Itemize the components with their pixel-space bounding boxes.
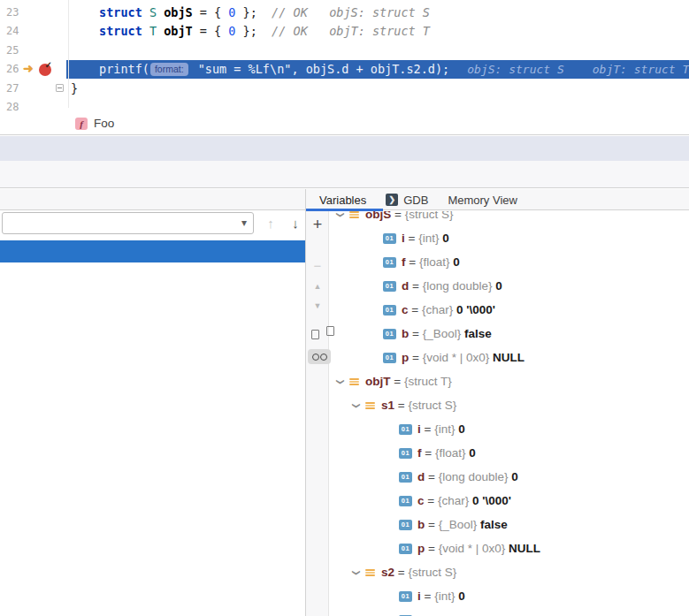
breadcrumb-function-label[interactable]: Foo bbox=[94, 117, 114, 130]
variable-type: {struct S} bbox=[408, 566, 456, 579]
line-number[interactable]: 26 bbox=[0, 63, 19, 75]
code-segment: struct bbox=[99, 5, 142, 19]
breakpoint-check-icon: ✓ bbox=[45, 60, 52, 70]
variables-tree[interactable]: ❯objS = {struct S}01i = {int} 001f = {fl… bbox=[330, 211, 689, 616]
code-line[interactable]: 23struct S objS = { 0 }; // OK objS: str… bbox=[0, 3, 689, 22]
code-line[interactable]: 26➜✓printf(format: "sum = %Lf\n", objS.d… bbox=[0, 60, 689, 80]
chevron-down-icon[interactable]: ❯ bbox=[336, 211, 345, 220]
equals-sign: = bbox=[394, 399, 408, 412]
variable-value: false bbox=[461, 327, 492, 340]
editor-gutter[interactable]: 23 bbox=[0, 3, 66, 22]
move-up-icon[interactable]: ▲ bbox=[306, 282, 329, 291]
frame-down-button[interactable]: ↓ bbox=[284, 212, 307, 234]
tab-label: GDB bbox=[403, 194, 428, 207]
variable-row[interactable]: 01d = {long double} 0 bbox=[330, 465, 689, 489]
variables-toolbar: + − ▲ ▼ bbox=[306, 211, 329, 616]
primitive-value-icon: 01 bbox=[383, 281, 396, 292]
thread-selector[interactable]: ▾ bbox=[2, 212, 254, 234]
tab-memory-view[interactable]: Memory View bbox=[438, 189, 527, 210]
variable-name: objT bbox=[365, 375, 391, 388]
variable-name: p bbox=[402, 351, 409, 364]
add-watch-icon[interactable]: + bbox=[306, 216, 329, 234]
variable-value: false bbox=[477, 518, 508, 531]
variable-name: d bbox=[417, 470, 425, 483]
variable-row[interactable]: 01p = {void * | 0x0} NULL bbox=[330, 346, 689, 369]
variable-row[interactable]: ❯s2 = {struct S} bbox=[330, 560, 689, 584]
code-segment: = { bbox=[193, 5, 229, 19]
variable-value: 0 bbox=[455, 589, 464, 603]
editor-gutter[interactable]: 28 bbox=[0, 98, 66, 114]
variable-row[interactable]: 01c = {char} 0 '\000' bbox=[330, 489, 689, 513]
variable-row[interactable]: 01f = {float} 0 bbox=[330, 608, 689, 616]
equals-sign: = bbox=[391, 375, 404, 388]
variable-row[interactable]: 01i = {int} 0 bbox=[330, 226, 689, 250]
equals-sign: = bbox=[425, 470, 438, 483]
variable-row[interactable]: 01b = {_Bool} false bbox=[330, 513, 689, 536]
code-text[interactable]: struct T objT = { 0 }; // OK objT: struc… bbox=[66, 22, 689, 42]
equals-sign: = bbox=[409, 351, 422, 364]
code-segment: struct bbox=[99, 24, 142, 38]
primitive-value-icon: 01 bbox=[399, 544, 412, 554]
tab-gdb[interactable]: ❯GDB bbox=[376, 189, 438, 210]
code-editor[interactable]: 23struct S objS = { 0 }; // OK objS: str… bbox=[0, 0, 689, 135]
tab-label: Memory View bbox=[448, 194, 517, 207]
move-down-icon[interactable]: ▼ bbox=[306, 301, 329, 310]
primitive-value-icon: 01 bbox=[399, 424, 412, 435]
variable-name: s2 bbox=[381, 566, 394, 579]
frames-panel: ▾ ↑ ↓ bbox=[0, 211, 305, 616]
chevron-down-icon[interactable]: ❯ bbox=[352, 400, 361, 411]
variable-row[interactable]: 01f = {float} 0 bbox=[330, 250, 689, 274]
code-line[interactable]: 25 bbox=[0, 41, 689, 60]
variable-name: b bbox=[417, 518, 425, 531]
equals-sign: = bbox=[409, 303, 422, 316]
line-number[interactable]: 24 bbox=[0, 25, 19, 37]
code-text[interactable]: } bbox=[66, 79, 689, 98]
variable-row[interactable]: 01f = {float} 0 bbox=[330, 441, 689, 465]
line-number[interactable]: 25 bbox=[0, 44, 19, 57]
code-text[interactable]: printf(format: "sum = %Lf\n", objS.d + o… bbox=[66, 60, 689, 80]
breadcrumb[interactable]: f Foo bbox=[0, 112, 689, 134]
code-line[interactable]: 28 bbox=[0, 98, 689, 114]
debugger-tabs[interactable]: Variables❯GDBMemory View bbox=[310, 189, 527, 210]
remove-watch-icon[interactable]: − bbox=[306, 258, 329, 273]
variable-type: {int} bbox=[418, 232, 439, 245]
line-number[interactable]: 28 bbox=[0, 101, 19, 113]
code-segment: }; bbox=[235, 24, 256, 38]
variable-row[interactable]: 01i = {int} 0 bbox=[330, 417, 689, 441]
code-segment: "sum = %Lf\n", objS.d + objT.s2.d); bbox=[191, 62, 450, 76]
tab-variables[interactable]: Variables bbox=[310, 189, 376, 210]
code-line[interactable]: 27} bbox=[0, 79, 689, 98]
editor-gutter[interactable]: 26➜✓ bbox=[0, 60, 66, 80]
editor-lines[interactable]: 23struct S objS = { 0 }; // OK objS: str… bbox=[0, 0, 689, 113]
variable-value: 0 bbox=[465, 446, 475, 460]
fold-icon[interactable] bbox=[56, 84, 64, 92]
variable-row[interactable]: ❯objT = {struct T} bbox=[330, 369, 689, 393]
variable-type: {_Bool} bbox=[439, 518, 478, 531]
variable-row[interactable]: 01d = {long double} 0 bbox=[330, 274, 689, 298]
selected-frame-row[interactable] bbox=[0, 240, 305, 262]
variable-row[interactable]: ❯objS = {struct S} bbox=[330, 211, 689, 226]
code-segment: = { bbox=[193, 24, 229, 38]
chevron-down-icon[interactable]: ❯ bbox=[352, 567, 361, 578]
variable-row[interactable]: 01p = {void * | 0x0} NULL bbox=[330, 536, 689, 560]
code-line[interactable]: 24struct T objT = { 0 }; // OK objT: str… bbox=[0, 22, 689, 42]
frame-up-button[interactable]: ↑ bbox=[259, 212, 282, 234]
editor-gutter[interactable]: 24 bbox=[0, 22, 66, 42]
code-text[interactable] bbox=[66, 41, 689, 60]
code-text[interactable]: struct S objS = { 0 }; // OK objS: struc… bbox=[66, 3, 689, 22]
code-text[interactable] bbox=[66, 98, 689, 114]
variable-type: {int} bbox=[434, 422, 455, 436]
editor-gutter[interactable]: 27 bbox=[0, 79, 66, 98]
line-number[interactable]: 23 bbox=[0, 6, 19, 19]
inspect-glasses-icon[interactable] bbox=[308, 349, 331, 364]
line-number[interactable]: 27 bbox=[0, 82, 19, 95]
variable-row[interactable]: 01i = {int} 0 bbox=[330, 584, 689, 608]
primitive-value-icon: 01 bbox=[383, 257, 396, 268]
variable-row[interactable]: ❯s1 = {struct S} bbox=[330, 393, 689, 417]
variable-row[interactable]: 01b = {_Bool} false bbox=[330, 322, 689, 346]
editor-gutter[interactable]: 25 bbox=[0, 41, 66, 60]
chevron-down-icon[interactable]: ▾ bbox=[241, 217, 247, 229]
chevron-down-icon[interactable]: ❯ bbox=[336, 376, 345, 387]
breakpoint-icon[interactable]: ✓ bbox=[39, 64, 51, 76]
variable-row[interactable]: 01c = {char} 0 '\000' bbox=[330, 298, 689, 322]
